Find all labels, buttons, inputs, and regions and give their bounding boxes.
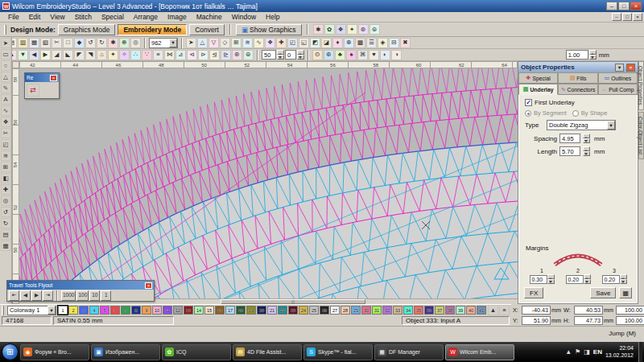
toolbar-icon[interactable]: ∴ (130, 50, 141, 60)
palette-chip[interactable]: 1 (58, 306, 68, 315)
palette-chip[interactable]: 26 (320, 306, 329, 315)
toolbar-icon[interactable]: ⊲ (187, 50, 197, 60)
toolbar-icon[interactable]: 1000 (61, 290, 76, 301)
minimize-button[interactable]: – (606, 2, 617, 10)
scale-y-value[interactable]: 100.00 (616, 316, 644, 325)
toolbar-icon[interactable]: ◥ (85, 50, 96, 60)
tab-connectors[interactable]: ∿Connectors (558, 84, 597, 95)
toolbar-icon[interactable]: ⊕ (119, 38, 130, 48)
grid-icon[interactable]: ▦ (619, 287, 632, 298)
menu-item[interactable]: Edit (24, 13, 46, 21)
toolbar-icon[interactable]: ➤ (186, 38, 196, 48)
panel-pin-button[interactable]: ▾ (615, 64, 624, 72)
toolbar-icon[interactable]: ↺ (85, 38, 96, 48)
save-button[interactable]: Save (590, 287, 616, 298)
toolbar-icon[interactable]: ⊗ (344, 38, 354, 48)
toolbar-icon[interactable]: 100 (76, 290, 89, 301)
palette-chip[interactable]: 33 (393, 306, 402, 315)
toolbar-icon[interactable]: ✂ (1, 128, 11, 138)
close-icon[interactable]: × (145, 282, 152, 289)
taskbar-item[interactable]: WWilcom Emb... (445, 344, 514, 360)
menu-item[interactable]: Arrange (129, 13, 163, 21)
offset-stepper[interactable] (297, 50, 304, 60)
toolbar-icon[interactable]: ◱ (299, 38, 309, 48)
toolbar-icon[interactable]: △ (1, 72, 11, 82)
angle-stepper[interactable] (277, 50, 284, 60)
toolbar-icon[interactable]: ◎ (1, 195, 11, 206)
tab-color-object-list-vertical[interactable]: Color-Object List (638, 112, 644, 159)
taskbar-item[interactable]: ▣Изображен... (91, 344, 160, 360)
chevron-down-icon[interactable]: ▼ (169, 39, 177, 47)
palette-chip[interactable]: 18 (236, 306, 246, 315)
tab-fills[interactable]: ▨Fills (558, 72, 597, 84)
toolbar-icon[interactable]: ∵ (142, 50, 152, 60)
palette-chip[interactable]: 23 (288, 306, 298, 315)
palette-chip[interactable]: 37 (435, 306, 444, 315)
toolbar-icon[interactable]: ↻ (97, 38, 107, 48)
toolbar-icon[interactable]: ▤ (1, 229, 11, 240)
palette-chip[interactable]: 11 (163, 306, 172, 315)
by-shape-radio[interactable] (572, 110, 579, 117)
palette-chip[interactable]: 27 (330, 306, 340, 315)
toolbar-icon[interactable]: ➤ (1, 38, 11, 48)
toolbar-icon[interactable]: 10 (89, 290, 100, 301)
length-input[interactable]: 5.70 (559, 146, 580, 156)
palette-chip[interactable]: 30 (361, 306, 371, 315)
palette-chip[interactable]: 34 (403, 306, 413, 315)
design-canvas[interactable] (19, 68, 518, 304)
toolbar-icon[interactable]: ≋ (1, 150, 11, 161)
toolbar-icon[interactable]: ◤ (74, 50, 85, 60)
toolbar-icon[interactable]: ▽ (208, 38, 219, 48)
toolbar-icon[interactable]: ▧ (40, 38, 51, 48)
chevron-down-icon[interactable]: ▼ (607, 121, 615, 130)
palette-chip[interactable]: 14 (194, 306, 204, 315)
volume-icon[interactable]: ◨ (584, 348, 590, 356)
doc-close-button[interactable]: × (633, 13, 642, 21)
toolbar-icon[interactable]: ⋈ (164, 50, 175, 60)
toolbar-icon[interactable]: ≋ (242, 38, 253, 48)
palette-chip[interactable]: 35 (414, 306, 423, 315)
palette-chip[interactable]: 40 (466, 306, 476, 315)
toolbar-icon[interactable]: ◑ (391, 50, 402, 60)
toolbar-icon[interactable]: ✱ (313, 24, 324, 35)
toolbar-icon[interactable]: ⊞ (1, 162, 11, 172)
toolbar-icon[interactable]: ⊴ (209, 50, 220, 60)
toolbar-icon[interactable]: ⊳ (198, 50, 208, 60)
toolbar-icon[interactable]: ✖ (400, 38, 411, 48)
margin-1-stepper[interactable] (547, 274, 555, 284)
palette-chip[interactable]: 32 (382, 306, 392, 315)
palette-chip[interactable]: 4 (89, 306, 99, 315)
toolbar-icon[interactable]: ☰ (366, 38, 377, 48)
offset-input[interactable]: 0 (285, 50, 296, 60)
palette-chip[interactable]: 36 (424, 306, 434, 315)
angle-input[interactable]: 50 (262, 50, 276, 60)
network-icon[interactable]: ⚑ (575, 348, 580, 356)
toolbar-icon[interactable]: ◪ (321, 38, 332, 48)
taskbar-item[interactable]: ✿ICQ (162, 344, 231, 360)
margin-1-input[interactable]: 0.30 (530, 275, 547, 284)
toolbar-icon[interactable]: ✚ (1, 184, 11, 195)
tab-special[interactable]: ✚Special (518, 72, 558, 84)
palette-chip[interactable]: 41 (477, 306, 486, 315)
close-button[interactable]: × (630, 2, 642, 10)
palette-chip[interactable]: 2 (68, 306, 78, 315)
toolbar-icon[interactable]: ✦ (108, 50, 118, 60)
toolbar-icon[interactable]: ⊙ (312, 50, 323, 60)
stitch-length-input[interactable]: 1.00 (566, 50, 588, 60)
toolbar-icon[interactable]: ⊜ (369, 24, 380, 35)
graphics-mode-button[interactable]: Graphics Mode (58, 24, 116, 35)
toolbar-icon[interactable]: ◎ (130, 38, 141, 48)
toolbar-icon[interactable]: ▼ (18, 50, 28, 60)
stitch-length-stepper[interactable] (589, 50, 597, 60)
reshape-tool-icon[interactable]: ⇄ (27, 84, 39, 97)
palette-chip[interactable]: 22 (278, 306, 287, 315)
toolbar-icon[interactable]: ❖ (265, 38, 275, 48)
palette-chip[interactable]: 31 (372, 306, 382, 315)
taskbar-item[interactable]: ▤4D File Assist... (233, 344, 302, 360)
menu-item[interactable]: File (3, 13, 24, 21)
toolbar-icon[interactable]: ♥ (369, 50, 379, 60)
toolbar-icon[interactable]: ♠ (346, 50, 357, 60)
toolbar-icon[interactable]: ✱ (108, 38, 118, 48)
toolbar-icon[interactable]: □ (63, 38, 73, 48)
palette-chip[interactable]: 12 (173, 306, 183, 315)
